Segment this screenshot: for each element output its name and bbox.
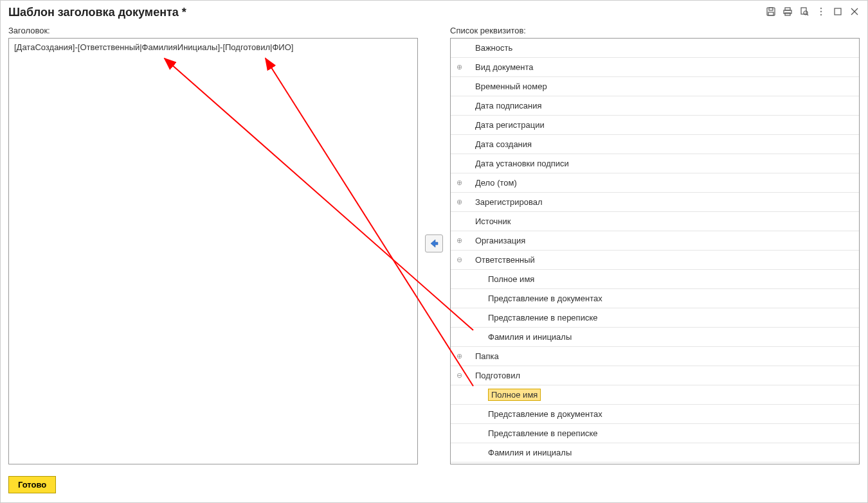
tree-row[interactable]: Источник	[451, 212, 859, 231]
mid-pane	[423, 22, 445, 464]
tree-row[interactable]: ⊕Организация	[451, 231, 859, 251]
tree-row[interactable]: Представление в переписке	[451, 308, 859, 328]
tree-row[interactable]: Полное имя	[451, 385, 859, 405]
tree-row-label: Вид документа	[475, 62, 534, 72]
expand-icon[interactable]: ⊕	[455, 179, 464, 188]
tree-row-label: Важность	[475, 43, 512, 53]
tree-row-label: Фамилия и инициалы	[488, 448, 572, 457]
tree-row-label: Зарегистрировал	[475, 197, 543, 207]
insert-arrow-button[interactable]	[425, 234, 443, 252]
expand-icon[interactable]: ⊕	[455, 352, 464, 361]
collapse-icon[interactable]: ⊖	[455, 256, 464, 265]
expand-icon[interactable]: ⊕	[455, 198, 464, 207]
tree-row-label: Дата установки подписи	[475, 159, 569, 168]
tree-row[interactable]: ⊕Дело (том)	[451, 173, 859, 193]
done-button[interactable]: Готово	[8, 476, 56, 493]
preview-icon[interactable]	[799, 6, 809, 19]
tree-row-label: Полное имя	[488, 274, 534, 284]
tree-row-label: Дата подписания	[475, 101, 541, 110]
more-icon[interactable]	[816, 6, 826, 19]
tree-row[interactable]: Дата регистрации	[451, 116, 859, 135]
window-title: Шаблон заголовка документа *	[8, 6, 186, 19]
tree-row[interactable]: ⊕Вид документа	[451, 58, 859, 77]
svg-point-11	[820, 14, 822, 16]
tree-row-label: Ответственный	[475, 255, 535, 265]
expand-icon[interactable]: ⊕	[455, 236, 464, 245]
svg-marker-15	[431, 240, 438, 247]
tree-row[interactable]: ⊕Папка	[451, 347, 859, 366]
tree-row[interactable]: Представление в документах	[451, 405, 859, 424]
template-label: Заголовок:	[8, 26, 418, 35]
tree-row-label: Представление в документах	[488, 294, 602, 303]
tree-row[interactable]: Дата создания	[451, 135, 859, 154]
svg-rect-1	[769, 8, 773, 10]
svg-point-9	[820, 8, 822, 10]
tree-row[interactable]: ⊕Зарегистрировал	[451, 193, 859, 212]
tree-row-label: Представление в переписке	[488, 428, 597, 438]
tree-row[interactable]: Дата подписания	[451, 96, 859, 116]
tree-row[interactable]: ⊖Ответственный	[451, 251, 859, 270]
template-text: [ДатаСоздания]-[Ответственный|ФамилияИни…	[14, 42, 293, 52]
close-icon[interactable]	[849, 6, 860, 19]
done-button-label: Готово	[18, 480, 46, 490]
tree-row[interactable]: ⊕Подписал	[451, 463, 859, 464]
tree-row-label: Временный номер	[475, 82, 547, 91]
attributes-tree[interactable]: Важность⊕Вид документаВременный номерДат…	[450, 38, 860, 464]
expand-icon[interactable]: ⊕	[455, 63, 464, 72]
tree-row-label: Дата создания	[475, 139, 532, 149]
tree-row[interactable]: Дата установки подписи	[451, 154, 859, 173]
tree-row-label: Дата регистрации	[475, 120, 545, 130]
tree-row[interactable]: ⊖Подготовил	[451, 366, 859, 385]
svg-rect-12	[835, 8, 841, 15]
titlebar: Шаблон заголовка документа *	[1, 1, 867, 22]
tree-row-label: Дело (том)	[475, 178, 517, 188]
tree-row-label: Источник	[475, 216, 511, 226]
collapse-icon[interactable]: ⊖	[455, 371, 464, 380]
tree-row[interactable]: Фамилия и инициалы	[451, 443, 859, 463]
tree-row[interactable]: Фамилия и инициалы	[451, 328, 859, 347]
tree-row-label: Папка	[475, 351, 499, 361]
tree-row[interactable]: Временный номер	[451, 77, 859, 96]
tree-row-label: Подготовил	[475, 371, 520, 380]
tree-row-label: Представление в переписке	[488, 313, 597, 322]
svg-point-10	[820, 11, 822, 13]
left-pane: Заголовок: [ДатаСоздания]-[Ответственный…	[8, 22, 418, 464]
right-pane: Список реквизитов: Важность⊕Вид документ…	[450, 22, 860, 464]
print-icon[interactable]	[782, 6, 793, 19]
window-controls	[766, 6, 860, 19]
save-icon[interactable]	[766, 6, 776, 19]
tree-row[interactable]: Важность	[451, 39, 859, 58]
tree-row-label: Фамилия и инициалы	[488, 332, 572, 342]
footer: Готово	[1, 470, 867, 502]
tree-row[interactable]: Представление в документах	[451, 289, 859, 308]
tree-row[interactable]: Полное имя	[451, 270, 859, 289]
attributes-label: Список реквизитов:	[450, 26, 860, 35]
tree-row-label: Представление в документах	[488, 409, 602, 419]
tree-row-label: Полное имя	[488, 389, 541, 401]
tree-row-label: Организация	[475, 236, 525, 245]
maximize-icon[interactable]	[833, 6, 843, 19]
svg-line-8	[807, 14, 808, 15]
svg-rect-3	[785, 8, 790, 10]
template-textbox[interactable]: [ДатаСоздания]-[Ответственный|ФамилияИни…	[8, 38, 418, 464]
content: Заголовок: [ДатаСоздания]-[Ответственный…	[1, 22, 867, 470]
svg-rect-2	[768, 12, 773, 15]
tree-row[interactable]: Представление в переписке	[451, 424, 859, 443]
window: Шаблон заголовка документа *	[0, 0, 868, 503]
